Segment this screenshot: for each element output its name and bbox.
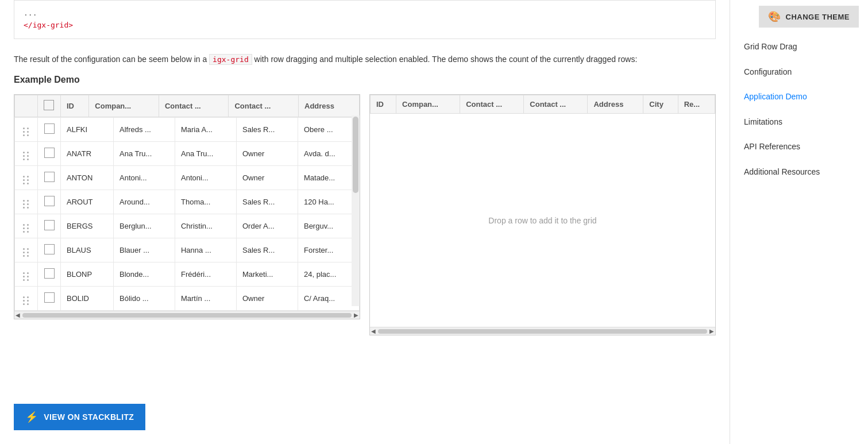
drag-handle[interactable]	[23, 248, 30, 257]
table-row[interactable]: ANTONAntoni...Antoni...OwnerMatade...	[15, 166, 360, 190]
table-row[interactable]: BOLIDBólido ...Martín ...OwnerC/ Araq...	[15, 287, 360, 311]
drag-handle-cell[interactable]	[15, 190, 38, 214]
col-id: ID	[61, 95, 89, 117]
checkbox-cell[interactable]	[38, 190, 61, 214]
change-theme-button[interactable]: 🎨 CHANGE THEME	[759, 6, 859, 28]
sidebar-item-label-1: Configuration	[744, 67, 792, 76]
cell-address: Matade...	[298, 166, 359, 190]
table-row[interactable]: ALFKIAlfreds ...Maria A...Sales R...Ober…	[15, 118, 360, 142]
left-grid-body-table: ALFKIAlfreds ...Maria A...Sales R...Ober…	[14, 117, 360, 311]
drag-handle-cell[interactable]	[15, 214, 38, 238]
drag-handle[interactable]	[23, 296, 30, 306]
right-col-city: City	[643, 95, 678, 114]
cell-address: Berguv...	[298, 214, 359, 238]
cell-company: Blauer ...	[113, 238, 175, 262]
cell-contact1: Ana Tru...	[175, 142, 236, 166]
cell-contact2: Sales R...	[236, 238, 298, 262]
right-grid-hscroll[interactable]: ◀ ▶	[370, 327, 715, 335]
right-col-contact2: Contact ...	[524, 95, 588, 114]
drag-handle-cell[interactable]	[15, 262, 38, 287]
drag-handle-cell[interactable]	[15, 118, 38, 142]
sidebar-item-configuration[interactable]: Configuration	[744, 60, 842, 85]
drag-handle-cell[interactable]	[15, 287, 38, 311]
left-grid-hscroll[interactable]: ◀ ▶	[14, 311, 360, 319]
table-row[interactable]: BERGSBerglun...Christin...Order A...Berg…	[15, 214, 360, 238]
cell-company: Ana Tru...	[113, 142, 175, 166]
description-paragraph: The result of the configuration can be s…	[14, 53, 716, 66]
drag-handle-cell[interactable]	[15, 166, 38, 190]
drag-handle[interactable]	[23, 152, 30, 161]
drag-handle[interactable]	[23, 176, 30, 185]
left-grid-vscroll[interactable]	[352, 115, 360, 306]
drag-handle[interactable]	[23, 224, 30, 233]
left-grid: ID Compan... Contact ... Contact ... Add…	[14, 94, 360, 319]
code-block: ... </igx-grid>	[14, 0, 716, 39]
right-scroll-left[interactable]: ◀	[370, 328, 377, 334]
sidebar-item-grid-row-drag[interactable]: Grid Row Drag	[744, 34, 842, 60]
left-scroll-right[interactable]: ▶	[353, 312, 360, 318]
sidebar-item-api-references[interactable]: API References	[744, 134, 842, 160]
header-checkbox[interactable]	[44, 100, 54, 110]
drag-handle[interactable]	[23, 128, 30, 137]
right-grid-header: ID Compan... Contact ... Contact ... Add…	[371, 95, 715, 114]
row-checkbox[interactable]	[44, 172, 55, 182]
checkbox-cell[interactable]	[38, 287, 61, 311]
right-scroll-right[interactable]: ▶	[708, 328, 715, 334]
right-col-address: Address	[588, 95, 643, 114]
cell-id: BERGS	[61, 214, 114, 238]
table-row[interactable]: BLAUSBlauer ...Hanna ...Sales R...Forste…	[15, 238, 360, 262]
drag-handle[interactable]	[23, 272, 30, 281]
left-grid-header: ID Compan... Contact ... Contact ... Add…	[15, 95, 360, 117]
change-theme-container: 🎨 CHANGE THEME	[759, 6, 859, 28]
cell-contact1: Martín ...	[175, 287, 236, 311]
view-on-stackblitz-button[interactable]: ⚡ VIEW ON STACKBLITZ	[14, 404, 145, 430]
row-checkbox[interactable]	[44, 268, 55, 279]
left-scroll-left[interactable]: ◀	[14, 312, 21, 318]
row-checkbox[interactable]	[44, 196, 55, 206]
right-sidebar: 🎨 CHANGE THEME Grid Row Drag Configurati…	[730, 0, 856, 444]
stackblitz-icon: ⚡	[25, 411, 38, 423]
right-col-company: Compan...	[396, 95, 460, 114]
table-row[interactable]: AROUTAround...Thoma...Sales R...120 Ha..…	[15, 190, 360, 214]
checkbox-cell[interactable]	[38, 214, 61, 238]
cell-contact1: Hanna ...	[175, 238, 236, 262]
checkbox-cell[interactable]	[38, 118, 61, 142]
cell-address: C/ Araq...	[298, 287, 359, 311]
checkbox-cell[interactable]	[38, 166, 61, 190]
row-checkbox[interactable]	[44, 292, 55, 303]
sidebar-item-additional-resources[interactable]: Additional Resources	[744, 160, 842, 185]
row-checkbox[interactable]	[44, 123, 55, 134]
row-checkbox[interactable]	[44, 220, 55, 230]
cell-contact2: Marketi...	[236, 262, 298, 287]
stackblitz-label: VIEW ON STACKBLITZ	[44, 412, 134, 422]
left-grid-body-scroll[interactable]: ALFKIAlfreds ...Maria A...Sales R...Ober…	[14, 117, 360, 311]
cell-address: Forster...	[298, 238, 359, 262]
drag-handle-cell[interactable]	[15, 142, 38, 166]
checkbox-cell[interactable]	[38, 142, 61, 166]
palette-icon: 🎨	[768, 10, 781, 23]
cell-contact2: Owner	[236, 287, 298, 311]
cell-company: Bólido ...	[113, 287, 175, 311]
cell-id: BLONP	[61, 262, 114, 287]
drag-handle-cell[interactable]	[15, 238, 38, 262]
row-checkbox[interactable]	[44, 148, 55, 158]
cell-id: BLAUS	[61, 238, 114, 262]
left-grid-vscroll-track	[353, 117, 358, 193]
col-contact2: Contact ...	[229, 95, 299, 117]
cell-id: ALFKI	[61, 118, 114, 142]
sidebar-item-limitations[interactable]: Limitations	[744, 110, 842, 135]
table-row[interactable]: ANATRAna Tru...Ana Tru...OwnerAvda. d...	[15, 142, 360, 166]
col-contact1: Contact ...	[159, 95, 229, 117]
checkbox-cell[interactable]	[38, 238, 61, 262]
table-row[interactable]: BLONPBlonde...Frédéri...Marketi...24, pl…	[15, 262, 360, 287]
sidebar-item-label-3: Limitations	[744, 117, 782, 126]
cell-company: Alfreds ...	[113, 118, 175, 142]
cell-company: Antoni...	[113, 166, 175, 190]
row-checkbox[interactable]	[44, 244, 55, 254]
cell-contact1: Frédéri...	[175, 262, 236, 287]
left-grid-tbody: ALFKIAlfreds ...Maria A...Sales R...Ober…	[15, 118, 360, 311]
checkbox-cell[interactable]	[38, 262, 61, 287]
drag-handle[interactable]	[23, 200, 30, 209]
sidebar-item-application-demo[interactable]: Application Demo	[744, 84, 842, 110]
inline-code: igx-grid	[209, 54, 252, 65]
